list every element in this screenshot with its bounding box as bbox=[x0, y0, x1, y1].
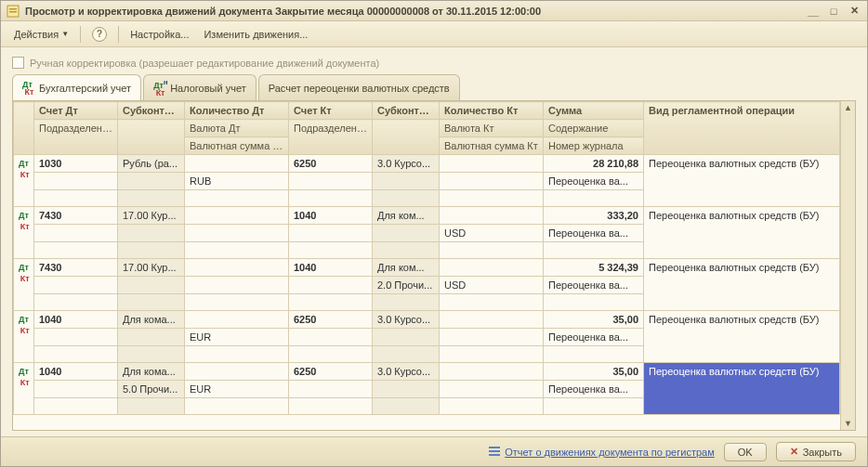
cell[interactable] bbox=[118, 242, 185, 259]
col-cur-kt[interactable]: Валюта Кт bbox=[440, 120, 544, 137]
table-row[interactable]: Дт Кт743017.00 Кур...1040Для ком...5 324… bbox=[14, 259, 840, 277]
col-dept-dt[interactable]: Подразделение Дт bbox=[34, 120, 118, 155]
cell-fxsum-dt[interactable] bbox=[185, 346, 289, 363]
cell-qty-kt[interactable] bbox=[440, 259, 544, 277]
cell-journal[interactable] bbox=[544, 346, 644, 363]
cell-journal[interactable] bbox=[544, 398, 644, 415]
cell-acct-dt[interactable]: 1040 bbox=[34, 311, 118, 329]
cell-qty-dt[interactable] bbox=[185, 155, 289, 173]
manual-edit-checkbox[interactable] bbox=[12, 57, 24, 69]
tab-nu[interactable]: Дтн Кт Налоговый учет bbox=[143, 74, 256, 100]
cell-fxsum-dt[interactable] bbox=[185, 190, 289, 207]
cell-qty-kt[interactable] bbox=[440, 155, 544, 173]
cell-subk-dt[interactable]: Рубль (ра... bbox=[118, 155, 185, 173]
cell[interactable] bbox=[289, 242, 373, 259]
cell-sum[interactable]: 333,20 bbox=[544, 207, 644, 225]
cell-subk-dt-2[interactable] bbox=[118, 277, 185, 294]
cell-content[interactable]: Переоценка ва... bbox=[544, 381, 644, 398]
cell-acct-kt[interactable]: 6250 bbox=[289, 311, 373, 329]
cell-cur-dt[interactable] bbox=[185, 277, 289, 294]
cell-cur-kt[interactable] bbox=[440, 329, 544, 346]
cell-subk-kt-2[interactable] bbox=[373, 173, 440, 190]
cell-acct-kt[interactable]: 6250 bbox=[289, 155, 373, 173]
close-window-button[interactable]: ✕ bbox=[847, 5, 861, 18]
cell[interactable] bbox=[118, 294, 185, 311]
cell-qty-kt[interactable] bbox=[440, 207, 544, 225]
cell[interactable] bbox=[373, 242, 440, 259]
cell[interactable] bbox=[118, 190, 185, 207]
cell-dept-dt[interactable] bbox=[34, 329, 118, 346]
cell-operation[interactable]: Переоценка валютных средств (БУ) bbox=[644, 155, 840, 207]
cell-acct-dt[interactable]: 7430 bbox=[34, 259, 118, 277]
cell-acct-kt[interactable]: 1040 bbox=[289, 207, 373, 225]
tab-bu[interactable]: Дт Кт Бухгалтерский учет bbox=[12, 74, 141, 100]
col-sum[interactable]: Сумма bbox=[544, 102, 644, 120]
cell-subk-kt[interactable]: 3.0 Курсо... bbox=[373, 155, 440, 173]
col-subk-dt[interactable]: СубконтоДт bbox=[118, 102, 185, 120]
cell-dept-dt[interactable] bbox=[34, 173, 118, 190]
cell-content[interactable]: Переоценка ва... bbox=[544, 277, 644, 294]
cell[interactable] bbox=[289, 294, 373, 311]
col-content[interactable]: Содержание bbox=[544, 120, 644, 137]
cell-operation[interactable]: Переоценка валютных средств (БУ) bbox=[644, 363, 840, 415]
col-acct-dt[interactable]: Счет Дт bbox=[34, 102, 118, 120]
maximize-button[interactable]: □ bbox=[826, 5, 841, 18]
cell[interactable] bbox=[34, 398, 118, 415]
cell-operation[interactable]: Переоценка валютных средств (БУ) bbox=[644, 259, 840, 311]
col-subk-kt-2[interactable] bbox=[373, 120, 440, 155]
cell[interactable] bbox=[34, 294, 118, 311]
cell[interactable] bbox=[34, 190, 118, 207]
table-row[interactable]: Дт Кт743017.00 Кур...1040Для ком...333,2… bbox=[14, 207, 840, 225]
col-operation[interactable]: Вид регламентной операции bbox=[644, 102, 840, 155]
cell-subk-dt[interactable]: Для кома... bbox=[118, 363, 185, 381]
cell-cur-kt[interactable] bbox=[440, 173, 544, 190]
cell-acct-dt[interactable]: 7430 bbox=[34, 207, 118, 225]
cell[interactable] bbox=[289, 346, 373, 363]
cell-journal[interactable] bbox=[544, 190, 644, 207]
cell-subk-dt-2[interactable] bbox=[118, 173, 185, 190]
cell[interactable] bbox=[373, 346, 440, 363]
col-fxsum-dt[interactable]: Валютная сумма Дт bbox=[185, 137, 289, 155]
cell-cur-dt[interactable]: RUB bbox=[185, 173, 289, 190]
cell-content[interactable]: Переоценка ва... bbox=[544, 329, 644, 346]
cell-dept-kt[interactable] bbox=[289, 329, 373, 346]
cell[interactable] bbox=[373, 398, 440, 415]
cell-cur-kt[interactable]: USD bbox=[440, 277, 544, 294]
cell-dept-kt[interactable] bbox=[289, 381, 373, 398]
col-acct-kt[interactable]: Счет Кт bbox=[289, 102, 373, 120]
cell-qty-dt[interactable] bbox=[185, 311, 289, 329]
col-qty-dt[interactable]: Количество Дт bbox=[185, 102, 289, 120]
cell-dept-kt[interactable] bbox=[289, 277, 373, 294]
cell-subk-dt-2[interactable] bbox=[118, 225, 185, 242]
cell-acct-kt[interactable]: 6250 bbox=[289, 363, 373, 381]
cell-cur-dt[interactable]: EUR bbox=[185, 329, 289, 346]
cell-subk-kt[interactable]: Для ком... bbox=[373, 259, 440, 277]
cell-operation[interactable]: Переоценка валютных средств (БУ) bbox=[644, 207, 840, 259]
cell-subk-kt-2[interactable] bbox=[373, 381, 440, 398]
cell-subk-kt[interactable]: Для ком... bbox=[373, 207, 440, 225]
help-button[interactable]: ? bbox=[86, 25, 112, 44]
cell-dept-kt[interactable] bbox=[289, 225, 373, 242]
scrollbar[interactable]: ▲ ▼ bbox=[840, 101, 855, 430]
cell[interactable] bbox=[373, 190, 440, 207]
table-row[interactable]: Дт Кт1040Для кома...62503.0 Курсо...35,0… bbox=[14, 363, 840, 381]
cell-dept-kt[interactable] bbox=[289, 173, 373, 190]
cell-subk-kt-2[interactable] bbox=[373, 329, 440, 346]
actions-menu[interactable]: Действия ▼ bbox=[8, 27, 74, 42]
cell-qty-dt[interactable] bbox=[185, 259, 289, 277]
col-subk-dt-2[interactable] bbox=[118, 120, 185, 155]
table-row[interactable]: Дт Кт1040Для кома...62503.0 Курсо...35,0… bbox=[14, 311, 840, 329]
cell-acct-dt[interactable]: 1040 bbox=[34, 363, 118, 381]
col-cur-dt[interactable]: Валюта Дт bbox=[185, 120, 289, 137]
cell-subk-kt[interactable]: 3.0 Курсо... bbox=[373, 311, 440, 329]
cell-cur-dt[interactable]: EUR bbox=[185, 381, 289, 398]
cell-dept-dt[interactable] bbox=[34, 277, 118, 294]
cell-sum[interactable]: 5 324,39 bbox=[544, 259, 644, 277]
cell-qty-dt[interactable] bbox=[185, 207, 289, 225]
cell-acct-kt[interactable]: 1040 bbox=[289, 259, 373, 277]
cell-sum[interactable]: 35,00 bbox=[544, 363, 644, 381]
cell-subk-kt[interactable]: 3.0 Курсо... bbox=[373, 363, 440, 381]
cell[interactable] bbox=[289, 190, 373, 207]
cell-qty-kt[interactable] bbox=[440, 363, 544, 381]
col-journal[interactable]: Номер журнала bbox=[544, 137, 644, 155]
